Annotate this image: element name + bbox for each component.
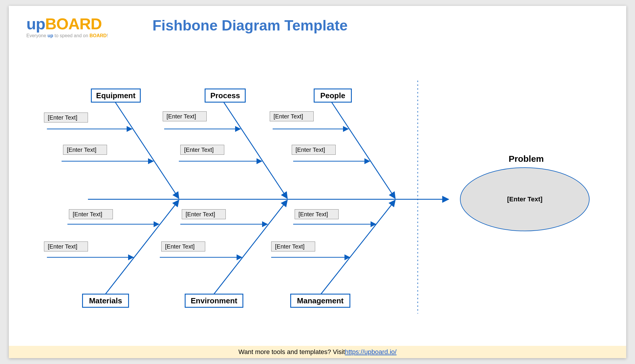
category-box-process[interactable]: Process: [205, 89, 246, 103]
cause-input-b3a[interactable]: [Enter Text]: [295, 209, 339, 219]
category-box-materials[interactable]: Materials: [82, 294, 129, 308]
cause-input-b2b[interactable]: [Enter Text]: [161, 241, 205, 251]
cause-input-t1b[interactable]: [Enter Text]: [63, 145, 107, 155]
footer-bar: Want more tools and templates? Visit htt…: [9, 346, 626, 358]
cause-input-t2a[interactable]: [Enter Text]: [163, 111, 207, 121]
cause-input-b3b[interactable]: [Enter Text]: [271, 241, 315, 251]
problem-placeholder[interactable]: [Enter Text]: [481, 195, 569, 203]
cause-input-t3a[interactable]: [Enter Text]: [270, 111, 314, 121]
footer-text: Want more tools and templates? Visit: [238, 348, 345, 356]
cause-input-t1a[interactable]: [Enter Text]: [44, 113, 88, 123]
cause-input-b1a[interactable]: [Enter Text]: [69, 209, 113, 219]
page: upBOARD Everyone up to speed and on BOAR…: [9, 6, 626, 358]
cause-input-t3b[interactable]: [Enter Text]: [292, 145, 336, 155]
cause-input-b2a[interactable]: [Enter Text]: [182, 209, 226, 219]
bone-top-3: [331, 102, 395, 198]
footer-link[interactable]: https://upboard.io/: [345, 348, 397, 356]
problem-label: Problem: [509, 154, 544, 164]
category-box-environment[interactable]: Environment: [185, 294, 243, 308]
cause-input-t2b[interactable]: [Enter Text]: [180, 145, 224, 155]
category-box-people[interactable]: People: [314, 89, 352, 103]
category-box-management[interactable]: Management: [290, 294, 350, 308]
cause-input-b1b[interactable]: [Enter Text]: [44, 241, 88, 251]
category-box-equipment[interactable]: Equipment: [91, 89, 141, 103]
